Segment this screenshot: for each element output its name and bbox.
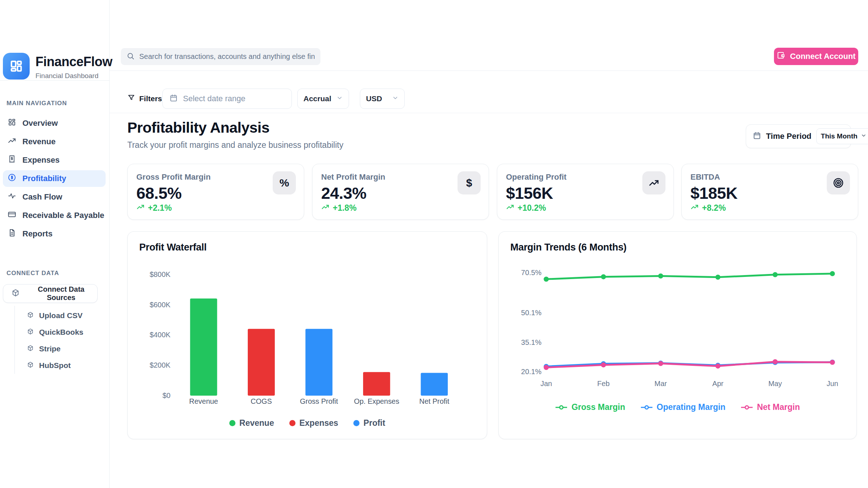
time-period-widget: Time Period This Month (746, 124, 851, 148)
sub-item-label: Upload CSV (39, 311, 82, 320)
kpi-change: +8.2% (690, 203, 726, 213)
data-point (830, 271, 835, 276)
sidebar-item-label: Expenses (22, 155, 60, 165)
sidebar-divider (0, 80, 109, 81)
topbar-divider (110, 70, 868, 71)
connect-data-sources-label: Connect Data Sources (25, 285, 97, 302)
sidebar-item-cash-flow[interactable]: Cash Flow (3, 189, 106, 205)
y-axis-tick: 35.1% (521, 338, 542, 346)
brand-name: FinanceFlow (35, 54, 112, 69)
main-navigation: Overview Revenue Expenses Profitability … (3, 115, 106, 244)
data-point (601, 362, 606, 367)
date-range-picker[interactable] (162, 89, 292, 109)
search-icon (127, 52, 135, 61)
kpi-change-value: +2.1% (148, 203, 172, 213)
kpi-label: Operating Profit (506, 172, 566, 182)
brand: FinanceFlow Financial Dashboard (3, 53, 112, 80)
kpi-change-value: +8.2% (702, 203, 726, 213)
data-point (544, 365, 549, 370)
sidebar-item-label: Receivable & Payable (22, 211, 104, 220)
data-point (773, 272, 778, 277)
sidebar-item-expenses[interactable]: Expenses (3, 152, 106, 168)
sidebar-item-label: Revenue (22, 137, 56, 146)
sidebar-item-overview[interactable]: Overview (3, 115, 106, 132)
main-navigation-label: MAIN NAVIGATION (7, 100, 67, 107)
receipt-icon (8, 155, 16, 166)
legend-dot (353, 420, 359, 426)
y-axis-tick: 50.1% (521, 309, 542, 317)
filters-divider (110, 113, 868, 113)
legend-dot (289, 420, 295, 426)
kpi-card-net-profit-margin: Net Profit Margin 24.3% +1.8% $ (312, 164, 489, 220)
chevron-down-icon (392, 94, 399, 103)
legend-dot (229, 420, 235, 426)
global-search[interactable] (121, 48, 320, 65)
legend-item-net-margin: Net Margin (741, 402, 800, 412)
x-axis-label: Apr (712, 380, 724, 388)
kpi-change-value: +10.2% (518, 203, 546, 213)
kpi-value: 24.3% (321, 184, 366, 203)
margin-trends-card: Margin Trends (6 Months) 70.5%50.1%35.1%… (498, 231, 857, 439)
cube-icon (27, 311, 34, 320)
x-axis-label: Net Profit (419, 397, 449, 405)
kpi-label: Net Profit Margin (321, 172, 385, 182)
sidebar-item-upload-csv[interactable]: Upload CSV (15, 307, 84, 324)
bar-revenue (190, 299, 217, 396)
profit-waterfall-legend: RevenueExpensesProfit (128, 418, 487, 428)
kpi-value: 68.5% (136, 184, 182, 203)
search-input[interactable] (139, 52, 315, 61)
sidebar-item-stripe[interactable]: Stripe (15, 341, 84, 357)
calendar-icon (169, 94, 178, 104)
line-gross-margin (546, 274, 832, 279)
trending-up-icon (506, 203, 514, 213)
connect-account-button[interactable]: Connect Account (774, 48, 858, 65)
sidebar-item-reports[interactable]: Reports (3, 226, 106, 242)
accounting-basis-select[interactable]: Accrual (297, 89, 349, 109)
x-axis-label: Revenue (189, 397, 218, 405)
cube-icon (12, 289, 20, 299)
y-axis-tick: $800K (150, 270, 171, 278)
data-point (715, 364, 720, 369)
y-axis-tick: 20.1% (521, 368, 542, 376)
kpi-change: +1.8% (321, 203, 357, 213)
trending-up-icon (136, 203, 145, 213)
sidebar-item-profitability[interactable]: Profitability (3, 170, 106, 187)
filters-toggle[interactable]: Filters (127, 94, 162, 103)
y-axis-tick: 70.5% (521, 269, 542, 277)
brand-subtitle: Financial Dashboard (35, 72, 112, 80)
sidebar-item-label: Reports (22, 229, 52, 239)
connect-data-sub-items: Upload CSV QuickBooks Stripe HubSpot (14, 306, 84, 374)
x-axis-label: Mar (655, 380, 667, 388)
sidebar-item-quickbooks[interactable]: QuickBooks (15, 324, 84, 341)
sidebar-item-receivable-payable[interactable]: Receivable & Payable (3, 207, 106, 224)
trending-up-icon (642, 171, 665, 194)
sidebar: FinanceFlow Financial Dashboard MAIN NAV… (0, 0, 110, 488)
bar-gross-profit (306, 329, 333, 396)
connect-data-sources-button[interactable]: Connect Data Sources (3, 284, 98, 303)
time-period-select[interactable]: This Month (816, 128, 868, 144)
profit-waterfall-card: Profit Waterfall $800K$600K$400K$200K$0R… (127, 231, 487, 439)
legend-label: Operating Margin (657, 402, 726, 412)
legend-label: Net Margin (757, 402, 800, 412)
y-axis-tick: $200K (150, 361, 171, 369)
sub-item-label: QuickBooks (39, 328, 84, 337)
x-axis-label: Gross Profit (300, 397, 338, 405)
y-axis-tick: $0 (162, 391, 170, 399)
cube-icon (27, 361, 34, 370)
currency-select[interactable]: USD (360, 89, 405, 109)
credit-card-icon (8, 210, 16, 221)
legend-label: Revenue (239, 418, 274, 428)
kpi-label: EBITDA (690, 172, 720, 182)
filters-label: Filters (139, 94, 162, 103)
bar-cogs (248, 329, 275, 396)
page-title: Profitability Analysis (127, 119, 269, 136)
x-axis-label: Feb (597, 380, 609, 388)
date-range-input[interactable] (183, 94, 285, 103)
data-point (658, 361, 663, 366)
dollar-circle-icon (8, 173, 16, 184)
sidebar-item-hubspot[interactable]: HubSpot (15, 357, 84, 374)
sidebar-item-revenue[interactable]: Revenue (3, 133, 106, 150)
activity-icon (8, 192, 16, 202)
legend-label: Gross Margin (571, 402, 625, 412)
connect-account-label: Connect Account (790, 52, 855, 61)
